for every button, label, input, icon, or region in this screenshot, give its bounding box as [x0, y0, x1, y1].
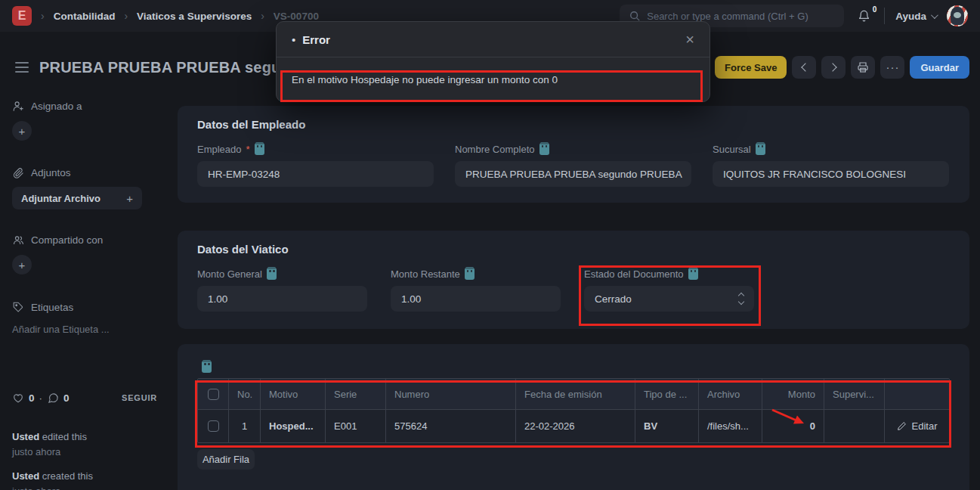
tags-section: Etiquetas	[12, 301, 157, 313]
cell-motivo[interactable]: Hosped...	[261, 410, 326, 442]
col-header-serie: Serie	[326, 379, 386, 410]
owl-icon	[539, 143, 549, 155]
breadcrumb-separator: ›	[39, 10, 46, 22]
cell-fecha[interactable]: 22-02-2026	[516, 410, 635, 442]
breadcrumb-item-contabilidad[interactable]: Contabilidad	[54, 11, 116, 22]
col-header-no: No.	[229, 379, 261, 410]
owl-icon	[688, 268, 698, 280]
col-header-actions	[885, 379, 949, 410]
ellipsis-icon: ···	[886, 64, 899, 71]
notifications-button[interactable]: 0	[855, 10, 873, 23]
indicator-dot-icon: •	[292, 33, 295, 46]
save-button[interactable]: Guardar	[910, 56, 969, 79]
attach-file-button[interactable]: Adjuntar Archivo +	[12, 187, 142, 209]
col-header-monto: Monto	[762, 379, 824, 410]
field-monto-restante: Monto Restante 1.00	[391, 268, 561, 312]
owl-icon	[756, 143, 765, 155]
cell-numero[interactable]: 575624	[386, 410, 516, 442]
field-sucursal: Sucursal IQUITOS JR FRANCISCO BOLOGNESI	[713, 143, 949, 187]
estado-del-documento-select[interactable]: Cerrado	[584, 286, 754, 312]
heart-icon[interactable]	[12, 392, 24, 404]
edit-row-button[interactable]: Editar	[885, 410, 949, 442]
app-logo[interactable]: E	[12, 6, 32, 26]
close-icon[interactable]: ×	[685, 32, 694, 47]
add-row-button[interactable]: Añadir Fila	[197, 449, 255, 470]
cell-tipo[interactable]: BV	[635, 410, 699, 442]
col-header-motivo: Motivo	[261, 379, 326, 410]
chevron-left-icon	[801, 63, 809, 71]
error-modal: • Error × En el motivo Hospedaje no pued…	[276, 21, 710, 102]
col-header-supervisor: Supervi...	[824, 379, 885, 410]
field-nombre-completo: Nombre Completo PRUEBA PRUEBA PRUEBA seg…	[455, 143, 691, 187]
force-save-button[interactable]: Force Save	[715, 56, 787, 79]
comment-icon[interactable]	[47, 392, 59, 404]
section-datos-del-empleado: Datos del Empleado Empleado * HR-EMP-032…	[178, 106, 969, 203]
breadcrumb: E › Contabilidad › Viaticos a Supervisor…	[12, 6, 319, 26]
comment-count: 0	[63, 392, 70, 404]
document-sidebar: Asignado a + Adjuntos Adjuntar Archivo +…	[12, 95, 157, 490]
col-header-tipo: Tipo de ...	[635, 379, 699, 410]
col-header-fecha: Fecha de emisión	[516, 379, 635, 410]
sidebar-toggle-icon[interactable]	[15, 62, 29, 73]
field-estado-del-documento: Estado del Documento Cerrado	[584, 268, 754, 312]
assigned-to-section: Asignado a	[12, 100, 157, 112]
section-detalle-table: No. Motivo Serie Numero Fecha de emisión…	[178, 344, 969, 490]
shared-with-section: Compartido con	[12, 234, 157, 246]
cell-archivo[interactable]: /files/sh...	[699, 410, 762, 442]
modal-message: En el motivo Hospedaje no puede ingresar…	[277, 57, 709, 102]
pencil-icon	[897, 421, 907, 431]
monto-restante-input[interactable]: 1.00	[391, 286, 561, 312]
row-checkbox[interactable]	[208, 420, 219, 432]
dot-separator: ·	[39, 392, 43, 404]
page-actions: Force Save ··· Guardar	[715, 56, 969, 79]
field-monto-general: Monto General 1.00	[197, 268, 367, 312]
select-updown-icon	[739, 293, 744, 304]
social-row: 0 · 0 SEGUIR	[12, 392, 157, 404]
chevron-down-icon	[931, 11, 938, 19]
section-title: Datos del Viatico	[197, 243, 950, 256]
like-count: 0	[29, 392, 35, 404]
cell-monto[interactable]: 0	[762, 410, 824, 442]
add-tag-input[interactable]: Añadir una Etiqueta ...	[12, 324, 157, 335]
empleado-input[interactable]: HR-EMP-03248	[197, 161, 434, 187]
sucursal-input[interactable]: IQUITOS JR FRANCISCO BOLOGNESI	[713, 161, 949, 187]
detail-table: No. Motivo Serie Numero Fecha de emisión…	[197, 378, 950, 443]
field-empleado: Empleado * HR-EMP-03248	[197, 143, 434, 187]
print-button[interactable]	[851, 56, 875, 79]
navbar-divider	[884, 8, 885, 24]
bell-icon	[858, 10, 870, 23]
breadcrumb-separator: ›	[122, 10, 129, 22]
cell-supervisor[interactable]	[824, 410, 885, 442]
table-row-checkbox-cell	[198, 410, 229, 442]
breadcrumb-item-document[interactable]: VS-00700	[274, 11, 319, 22]
printer-icon	[857, 61, 869, 73]
breadcrumb-separator: ›	[259, 10, 266, 22]
search-icon	[629, 10, 641, 22]
col-header-numero: Numero	[386, 379, 516, 410]
prev-document-button[interactable]	[792, 56, 816, 79]
monto-general-input[interactable]: 1.00	[197, 286, 367, 312]
breadcrumb-item-viaticos[interactable]: Viaticos a Supervisores	[137, 11, 252, 22]
plus-icon: +	[126, 192, 133, 205]
required-mark: *	[246, 144, 250, 155]
add-share-button[interactable]: +	[12, 255, 32, 274]
follow-button[interactable]: SEGUIR	[122, 393, 157, 402]
assign-user-icon	[12, 100, 24, 112]
next-document-button[interactable]	[821, 56, 846, 79]
add-assignment-button[interactable]: +	[12, 121, 32, 141]
activity-entry: Usted edited this justo ahora	[12, 430, 157, 460]
chevron-right-icon	[828, 63, 836, 71]
search-placeholder: Search or type a command (Ctrl + G)	[647, 11, 808, 22]
section-title: Datos del Empleado	[197, 118, 950, 131]
nombre-completo-input[interactable]: PRUEBA PRUEBA PRUEBA segundo PRUEBA	[455, 161, 691, 187]
cell-no[interactable]: 1	[229, 410, 261, 442]
owl-icon	[465, 268, 475, 280]
people-icon	[12, 234, 24, 246]
help-menu[interactable]: Ayuda	[895, 11, 936, 22]
select-all-checkbox[interactable]	[208, 389, 219, 400]
cell-serie[interactable]: E001	[326, 410, 386, 442]
more-options-button[interactable]: ···	[880, 56, 904, 79]
paperclip-icon	[12, 166, 24, 178]
owl-icon	[255, 143, 264, 155]
user-avatar[interactable]	[947, 5, 968, 26]
